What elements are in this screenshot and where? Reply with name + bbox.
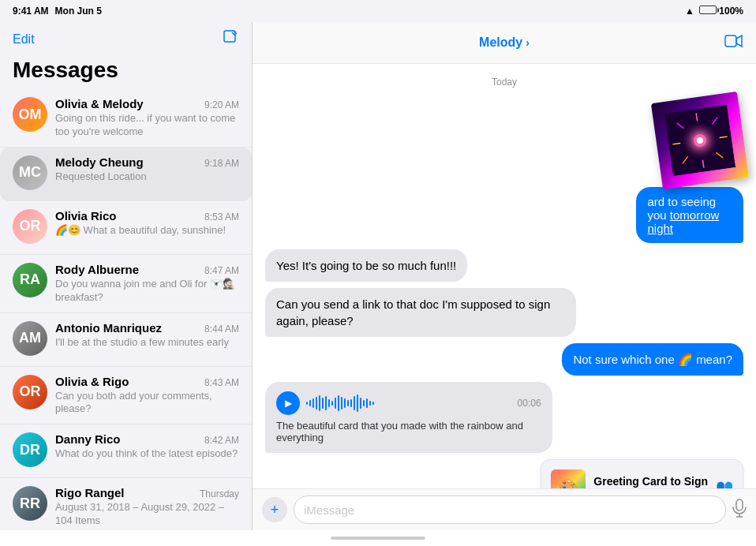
conv-time: 8:44 AM — [204, 323, 239, 335]
home-indicator — [0, 530, 756, 546]
conv-preview: Going on this ride... if you want to com… — [55, 112, 239, 139]
wifi-icon: ▲ — [685, 6, 694, 17]
conv-time: 8:42 AM — [204, 435, 239, 446]
table-row: ard to seeing you tomorrow night — [265, 97, 743, 243]
add-attachment-button[interactable]: + — [262, 497, 287, 522]
avatar: DR — [13, 432, 47, 467]
conv-time: 8:47 AM — [204, 265, 239, 276]
home-bar — [331, 537, 425, 540]
sidebar-header: Edit — [0, 22, 252, 54]
conv-time: 9:18 AM — [204, 158, 239, 169]
message-bubble-sent: ard to seeing you tomorrow night — [636, 187, 743, 243]
chat-input-bar: + iMessage — [253, 488, 756, 530]
conversation-item-melody-cheung[interactable]: MCMelody Cheung9:18 AMRequested Location — [0, 148, 252, 201]
greeting-card-thumbnail: 🎨 — [551, 469, 586, 488]
greeting-card-title: Greeting Card to Sign — [593, 475, 708, 488]
mic-button[interactable] — [732, 499, 747, 522]
conv-preview: August 31, 2018 – August 29, 2022 – 104 … — [55, 501, 239, 528]
table-row: 🎨 Greeting Card to Sign Freeform 👥 — [265, 459, 743, 488]
table-row: Yes! It's going to be so much fun!!! — [265, 249, 743, 282]
chat-area: Melody › Today — [253, 22, 756, 530]
edit-button[interactable]: Edit — [13, 32, 35, 47]
message-bubble-received: Can you send a link to that doc I'm supp… — [265, 288, 576, 337]
status-left: 9:41 AM Mon Jun 5 — [13, 6, 102, 17]
sidebar-title: Messages — [0, 54, 252, 89]
chat-header-wrapper: Melody › — [265, 28, 743, 57]
status-right: ▲ 100% — [685, 6, 743, 17]
video-call-button[interactable] — [724, 32, 743, 53]
svg-rect-3 — [725, 36, 736, 47]
audio-caption: The beautiful card that you made with th… — [276, 420, 541, 443]
conv-name: Antonio Manriquez — [55, 321, 162, 335]
avatar: OM — [13, 97, 47, 132]
compose-button[interactable] — [222, 28, 239, 50]
conv-time: 8:53 AM — [204, 211, 239, 223]
conversation-item-olivia-rico[interactable]: OROlivia Rico8:53 AM🌈😊 What a beautiful … — [0, 201, 252, 255]
conv-time: Thursday — [200, 488, 239, 499]
play-button[interactable]: ▶ — [276, 391, 300, 415]
date-label: Today — [265, 77, 743, 88]
table-row: Can you send a link to that doc I'm supp… — [265, 288, 743, 337]
conv-name: Rigo Rangel — [55, 486, 125, 499]
conv-name: Olivia & Rigo — [55, 375, 129, 388]
conv-preview: Requested Location — [55, 170, 239, 184]
conv-time: 9:20 AM — [204, 99, 239, 110]
avatar: AM — [13, 321, 47, 356]
conversation-item-rody-albuerne[interactable]: RARody Albuerne8:47 AMDo you wanna join … — [0, 255, 252, 313]
status-date: Mon Jun 5 — [55, 6, 102, 17]
status-time: 9:41 AM — [13, 6, 49, 17]
message-bubble-sent: Not sure which one 🌈 mean? — [562, 343, 743, 376]
audio-duration: 00:06 — [518, 398, 541, 409]
conv-preview: Do you wanna join me and Oli for 🐻‍❄️🕵🏻 … — [55, 278, 239, 305]
main-container: Edit Messages OMOlivia & Melody9:20 AMGo… — [0, 22, 756, 530]
messages-area: Today — [253, 64, 756, 488]
conversation-item-olivia-rigo[interactable]: OROlivia & Rigo8:43 AMCan you both add y… — [0, 367, 252, 425]
conv-preview: Can you both add your comments, please? — [55, 390, 239, 417]
svg-rect-16 — [736, 499, 743, 510]
status-bar: 9:41 AM Mon Jun 5 ▲ 100% — [0, 0, 756, 22]
conv-name: Olivia Rico — [55, 209, 117, 223]
conversations-list: OMOlivia & Melody9:20 AMGoing on this ri… — [0, 89, 252, 530]
battery-icon: 100% — [699, 6, 743, 17]
chat-contact-name[interactable]: Melody › — [479, 36, 530, 50]
avatar: MC — [13, 155, 47, 190]
svg-rect-0 — [224, 31, 235, 42]
message-input[interactable]: iMessage — [294, 496, 726, 524]
greeting-card-message[interactable]: 🎨 Greeting Card to Sign Freeform 👥 — [541, 459, 743, 488]
sidebar: Edit Messages OMOlivia & Melody9:20 AMGo… — [0, 22, 253, 530]
avatar: RR — [13, 486, 47, 521]
avatar: OR — [13, 209, 47, 244]
table-row: Not sure which one 🌈 mean? — [265, 343, 743, 376]
conv-name: Rody Albuerne — [55, 263, 139, 276]
audio-message: ▶ — [265, 382, 552, 453]
conversation-item-olivia-melody[interactable]: OMOlivia & Melody9:20 AMGoing on this ri… — [0, 89, 252, 148]
conv-preview: 🌈😊 What a beautiful day, sunshine! — [55, 224, 239, 237]
photo-message — [651, 92, 749, 189]
conv-preview: What do you think of the latest episode? — [55, 447, 239, 461]
conv-name: Olivia & Melody — [55, 97, 144, 110]
conv-time: 8:43 AM — [204, 377, 239, 388]
group-icon: 👥 — [716, 478, 733, 488]
message-bubble-received: Yes! It's going to be so much fun!!! — [265, 249, 467, 282]
conv-name: Melody Cheung — [55, 155, 144, 169]
chat-header: Melody › — [253, 22, 756, 64]
avatar: RA — [13, 263, 47, 297]
waveform — [306, 394, 511, 413]
conversation-item-danny-rico[interactable]: DRDanny Rico8:42 AMWhat do you think of … — [0, 424, 252, 478]
conversation-item-rigo-rangel[interactable]: RRRigo RangelThursdayAugust 31, 2018 – A… — [0, 478, 252, 530]
conv-name: Danny Rico — [55, 432, 121, 446]
avatar: OR — [13, 375, 47, 410]
table-row: ▶ — [265, 382, 743, 453]
conversation-item-antonio-manriquez[interactable]: AMAntonio Manriquez8:44 AMI'll be at the… — [0, 313, 252, 367]
conv-preview: I'll be at the studio a few minutes earl… — [55, 336, 239, 350]
